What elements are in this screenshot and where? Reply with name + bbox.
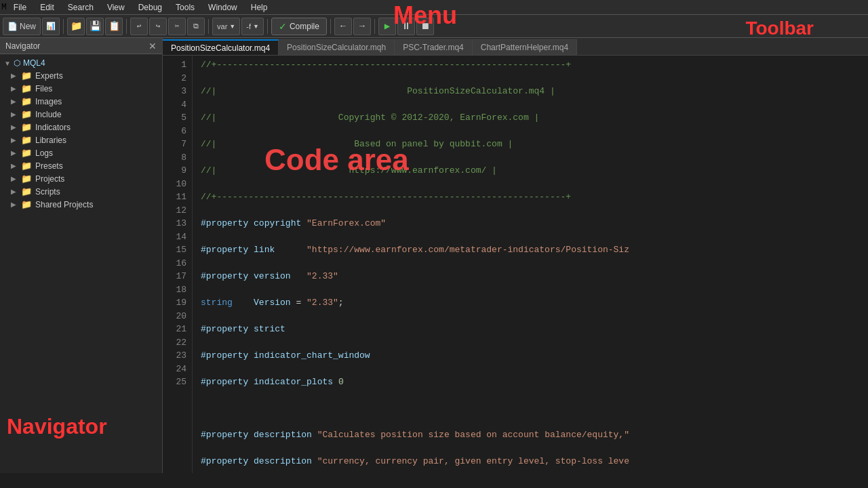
chevron-down-icon2: ▼ [253,23,259,30]
tab-mqh[interactable]: PositionSizeCalculator.mqh [279,39,395,55]
copy-icon: ⧉ [193,22,199,30]
navigator-title: Navigator [5,41,40,51]
menu-debug[interactable]: Debug [132,1,169,14]
menu-file[interactable]: File [7,1,33,14]
expand-icon-projects: ▶ [11,175,18,182]
nav-scripts[interactable]: ▶ 📁 Scripts [0,185,162,198]
expand-icon-experts: ▶ [11,72,18,79]
nav-indicators[interactable]: ▶ 📁 Indicators [0,121,162,134]
tab-mqh-label: PositionSizeCalculator.mqh [287,43,386,52]
run-button[interactable]: ▶ [378,18,396,35]
tab-chartpattern[interactable]: ChartPatternHelper.mq4 [473,39,577,55]
menu-edit[interactable]: Edit [33,1,61,14]
navigator-close-button[interactable]: ✕ [149,41,157,52]
folder-projects-icon: 📁 [21,174,32,184]
nav-presets-label: Presets [35,161,63,171]
tab-bar: PositionSizeCalculator.mq4 PositionSizeC… [163,38,868,56]
expand-icon: ▼ [4,60,11,67]
redo-icon: ↪ [156,22,161,30]
pause-icon: ⏸ [401,21,411,32]
nav-experts[interactable]: ▶ 📁 Experts [0,69,162,82]
back-button[interactable]: ← [334,18,352,35]
tab-psc-trader-label: PSC-Trader.mq4 [403,43,464,52]
nav-tree: ▼ ⬡ MQL4 ▶ 📁 Experts ▶ 📁 Files ▶ 📁 Image… [0,54,162,473]
folder-images-icon: 📁 [21,96,32,106]
nav-images[interactable]: ▶ 📁 Images [0,95,162,108]
main-area: Navigator ✕ ▼ ⬡ MQL4 ▶ 📁 Experts ▶ 📁 Fil… [0,38,868,473]
expand-icon-indicators: ▶ [11,123,18,131]
tab-psc-trader[interactable]: PSC-Trader.mq4 [395,39,473,55]
compile-label: Compile [290,22,319,31]
open-button[interactable]: 📁 [67,18,85,35]
stop-icon: ⏹ [420,21,430,32]
icon-btn-3[interactable]: ✂ [168,18,186,35]
sep5 [330,19,331,34]
open-icon: 📁 [71,20,82,32]
nav-scripts-label: Scripts [35,187,60,197]
folder-logs-icon: 📁 [21,148,32,158]
nav-libraries-label: Libraries [35,136,66,145]
folder-experts-icon: 📁 [21,70,32,81]
sep3 [208,19,209,34]
sep4 [267,19,268,34]
nav-shared-projects[interactable]: ▶ 📁 Shared Projects [0,198,162,211]
menu-help[interactable]: Help [244,1,275,14]
chevron-down-icon: ▼ [229,23,235,30]
nav-files-label: Files [35,84,52,94]
icon-btn-1[interactable]: ↩ [130,18,148,35]
expand-icon-shared: ▶ [11,201,18,208]
nav-include[interactable]: ▶ 📁 Include [0,108,162,121]
folder-scripts-icon: 📁 [21,186,32,197]
nav-presets[interactable]: ▶ 📁 Presets [0,159,162,172]
func-label: -f [246,22,251,30]
nav-root-label: MQL4 [23,58,45,68]
var-label: var [217,22,227,30]
var-dropdown[interactable]: var ▼ [212,18,240,35]
new-button[interactable]: 📄 New [3,18,41,35]
stop-button[interactable]: ⏹ [416,18,434,35]
sep2 [126,19,127,34]
back-icon: ← [340,21,346,31]
save-icon: 💾 [90,20,101,32]
compile-button[interactable]: ✓ Compile [271,18,327,35]
save-as-button[interactable]: 📋 [105,18,123,35]
nav-experts-label: Experts [35,71,63,81]
nav-libraries[interactable]: ▶ 📁 Libraries [0,134,162,146]
func-dropdown[interactable]: -f ▼ [241,18,264,35]
nav-logs-label: Logs [35,148,53,158]
toolbar: 📄 New 📊 📁 💾 📋 ↩ ↪ ✂ ⧉ var ▼ -f ▼ ✓ [0,15,868,38]
forward-button[interactable]: → [353,18,371,35]
nav-root-mql4[interactable]: ▼ ⬡ MQL4 [0,57,162,69]
expand-icon-include: ▶ [11,110,18,118]
new-project-button[interactable]: 📊 [42,18,60,35]
folder-libraries-icon: 📁 [21,135,32,145]
menu-search[interactable]: Search [61,1,100,14]
mql4-icon: ⬡ [14,58,20,68]
nav-projects[interactable]: ▶ 📁 Projects [0,172,162,185]
nav-files[interactable]: ▶ 📁 Files [0,82,162,95]
icon-btn-2[interactable]: ↪ [149,18,167,35]
save-button[interactable]: 💾 [86,18,104,35]
tab-mq4[interactable]: PositionSizeCalculator.mq4 [163,39,279,55]
pause-button[interactable]: ⏸ [397,18,415,35]
code-content[interactable]: //+-------------------------------------… [193,56,868,473]
folder-indicators-icon: 📁 [21,122,32,132]
menu-window[interactable]: Window [201,1,244,14]
cut-icon: ✂ [175,22,180,30]
forward-icon: → [359,21,365,31]
line-numbers: 12345 678910 1112131415 1617181920 21222… [163,56,193,473]
nav-shared-label: Shared Projects [35,200,93,209]
new-project-icon: 📊 [46,22,56,30]
expand-icon-presets: ▶ [11,162,18,169]
navigator-panel: Navigator ✕ ▼ ⬡ MQL4 ▶ 📁 Experts ▶ 📁 Fil… [0,38,163,473]
code-editor[interactable]: 12345 678910 1112131415 1617181920 21222… [163,56,868,473]
menu-view[interactable]: View [100,1,132,14]
icon-btn-4[interactable]: ⧉ [187,18,205,35]
play-icon: ▶ [384,20,390,32]
menu-tools[interactable]: Tools [169,1,201,14]
compile-check-icon: ✓ [279,21,287,32]
sep1 [63,19,64,34]
nav-logs[interactable]: ▶ 📁 Logs [0,146,162,159]
navigator-header: Navigator ✕ [0,38,162,54]
expand-icon-libraries: ▶ [11,136,18,144]
